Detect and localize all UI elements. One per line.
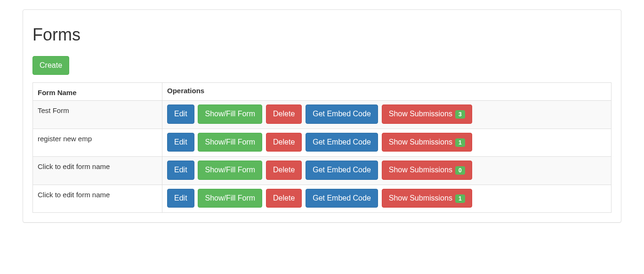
show-submissions-label: Show Submissions — [389, 194, 452, 202]
form-name-cell[interactable]: Test Form — [33, 101, 162, 129]
delete-button[interactable]: Delete — [266, 133, 302, 152]
forms-panel: Forms Create Form Name Operations Test F… — [23, 9, 621, 223]
edit-button[interactable]: Edit — [167, 105, 194, 123]
submissions-count-badge: 0 — [455, 166, 465, 175]
get-embed-code-button[interactable]: Get Embed Code — [306, 161, 378, 179]
forms-table: Form Name Operations Test FormEdit Show/… — [32, 82, 612, 213]
show-submissions-button[interactable]: Show Submissions1 — [382, 189, 472, 208]
form-name-cell[interactable]: register new emp — [33, 129, 162, 156]
form-name-cell[interactable]: Click to edit form name — [33, 185, 162, 212]
get-embed-code-button[interactable]: Get Embed Code — [306, 189, 378, 208]
show-submissions-label: Show Submissions — [389, 110, 452, 118]
table-row: Test FormEdit Show/Fill Form Delete Get … — [33, 101, 612, 129]
show-fill-button[interactable]: Show/Fill Form — [198, 189, 262, 208]
get-embed-code-button[interactable]: Get Embed Code — [306, 133, 378, 152]
show-submissions-button[interactable]: Show Submissions0 — [382, 161, 472, 179]
edit-button[interactable]: Edit — [167, 133, 194, 152]
show-submissions-label: Show Submissions — [389, 166, 452, 174]
operations-cell: Edit Show/Fill Form Delete Get Embed Cod… — [162, 101, 612, 129]
operations-cell: Edit Show/Fill Form Delete Get Embed Cod… — [162, 185, 612, 212]
edit-button[interactable]: Edit — [167, 161, 194, 179]
column-header-operations: Operations — [162, 83, 612, 101]
delete-button[interactable]: Delete — [266, 189, 302, 208]
operations-cell: Edit Show/Fill Form Delete Get Embed Cod… — [162, 129, 612, 156]
create-button[interactable]: Create — [32, 56, 69, 75]
table-row: register new empEdit Show/Fill Form Dele… — [33, 129, 612, 156]
show-submissions-label: Show Submissions — [389, 138, 452, 146]
submissions-count-badge: 3 — [455, 110, 465, 119]
show-fill-button[interactable]: Show/Fill Form — [198, 105, 262, 123]
create-row: Create — [32, 56, 612, 75]
submissions-count-badge: 1 — [455, 194, 465, 203]
show-submissions-button[interactable]: Show Submissions3 — [382, 105, 472, 123]
operations-cell: Edit Show/Fill Form Delete Get Embed Cod… — [162, 157, 612, 185]
delete-button[interactable]: Delete — [266, 105, 302, 123]
table-row: Click to edit form nameEdit Show/Fill Fo… — [33, 185, 612, 212]
get-embed-code-button[interactable]: Get Embed Code — [306, 105, 378, 123]
page-title: Forms — [32, 25, 612, 45]
submissions-count-badge: 1 — [455, 138, 465, 147]
column-header-name: Form Name — [33, 83, 162, 101]
show-submissions-button[interactable]: Show Submissions1 — [382, 133, 472, 152]
form-name-cell[interactable]: Click to edit form name — [33, 157, 162, 185]
delete-button[interactable]: Delete — [266, 161, 302, 179]
show-fill-button[interactable]: Show/Fill Form — [198, 133, 262, 152]
table-row: Click to edit form nameEdit Show/Fill Fo… — [33, 157, 612, 185]
edit-button[interactable]: Edit — [167, 189, 194, 208]
show-fill-button[interactable]: Show/Fill Form — [198, 161, 262, 179]
